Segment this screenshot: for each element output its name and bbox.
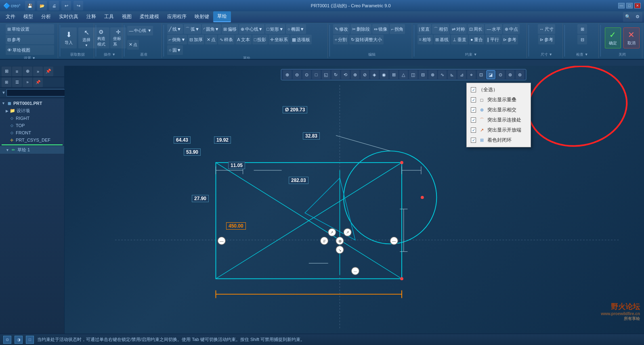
arc-btn[interactable]: ⌒ 弧▼ (184, 24, 201, 34)
dd-checkbox-connect[interactable]: ✓ (471, 117, 476, 123)
window-min-btn[interactable]: — (618, 3, 625, 8)
menu-hotkeys[interactable]: 映射键 (191, 12, 213, 22)
canvas-render4[interactable]: ◉ (380, 70, 388, 79)
canvas-zoom-box[interactable]: □ (312, 70, 321, 79)
canvas-render12[interactable]: ⊿ (457, 70, 466, 79)
circle-btn[interactable]: ○ 椭圆▼ (286, 24, 306, 34)
rect-btn[interactable]: □ 矩形▼ (265, 24, 285, 34)
filter-input[interactable] (6, 89, 66, 96)
canvas-render11[interactable]: ⊾ (447, 70, 456, 79)
menu-view[interactable]: 视图 (118, 12, 136, 22)
canvas-render2[interactable]: ⊘ (360, 70, 369, 79)
sidebar-more-btn[interactable]: » (33, 67, 43, 76)
menu-sketch[interactable]: 草绘 (213, 11, 231, 22)
point-btn[interactable]: ✕ 点 (127, 40, 139, 50)
canvas-pan[interactable]: ◱ (321, 70, 330, 79)
line-btn[interactable]: ╱ 线▼ (167, 24, 183, 34)
parallel-btn[interactable]: ∥ 平行 (485, 35, 501, 44)
menu-model[interactable]: 模型 (19, 12, 37, 22)
perpendicular-btn[interactable]: ⊥ 垂直 (451, 35, 468, 44)
quick-redo-btn[interactable]: ↪ (73, 1, 83, 10)
canvas-rotate[interactable]: ↻ (331, 70, 340, 79)
menu-tools[interactable]: 工具 (100, 12, 118, 22)
canvas-zoom-out[interactable]: ⊖ (292, 70, 301, 79)
status-icon3[interactable]: □ (26, 336, 34, 344)
thicken-btn[interactable]: ⊟ 加厚 (188, 35, 204, 44)
tangent-btn[interactable]: ⌒ 相切 (432, 24, 449, 34)
round-btn[interactable]: ○ 圆▼ (167, 45, 183, 55)
cancel-btn[interactable]: ✕ 取消 (623, 27, 640, 48)
canvas-settings2[interactable]: ⊛ (506, 70, 514, 79)
centerline2-btn[interactable]: ⊕ 中心线▼ (239, 24, 264, 34)
delete-seg-btn[interactable]: ✂ 删除段 (350, 24, 371, 34)
sidebar-view4-btn[interactable]: 📌 (33, 77, 43, 87)
sidebar-pin-btn[interactable]: 📌 (44, 67, 53, 76)
main-canvas[interactable]: ⊕ ⊖ ⊙ □ ◱ ↻ ⟲ ⊕ ⊘ ◈ ◉ ⊞ △ ◫ ⊟ ⊗ ∿ ⊾ ⊿ ⋄ … (65, 66, 644, 334)
project-btn[interactable]: □ 投影 (252, 35, 268, 44)
symmetric-btn[interactable]: ⇌ 对称 (450, 24, 467, 34)
menu-annotation[interactable]: 注释 (82, 12, 100, 22)
spline-btn[interactable]: ∿ 样条 (218, 35, 235, 44)
menu-apps[interactable]: 应用程序 (163, 12, 191, 22)
status-icon1[interactable]: ⊙ (3, 336, 11, 344)
rotate-resize-btn[interactable]: ↻ 旋转调整大小 (349, 35, 384, 44)
status-icon2[interactable]: ◑ (15, 336, 23, 344)
sidebar-grid-btn[interactable]: ⊞ (2, 67, 11, 76)
sketch-view-btn[interactable]: 👁 草绘视图 (6, 45, 54, 55)
check-ref-btn[interactable]: ⊟ (577, 35, 587, 44)
dim-diameter[interactable]: Ø 209.73 (283, 106, 307, 113)
dd-show-intersect[interactable]: ✓ ⊕ 突出显示相交 (467, 105, 531, 115)
tree-item-csys[interactable]: ✛ PRT_CSYS_DEF (0, 136, 64, 144)
fillet-btn[interactable]: ◜ 圆角▼ (202, 24, 221, 34)
perimeter-btn[interactable]: ⊡ 周长 (468, 24, 484, 34)
corner-btn[interactable]: ⌐ 拐角 (390, 24, 405, 34)
text-btn[interactable]: A 文本 (235, 35, 251, 44)
dd-select-all[interactable]: ✓ （全选） (467, 85, 531, 95)
select-panel-btn[interactable]: ▦ 选项板 (290, 35, 312, 44)
canvas-render14[interactable]: ⊡ (476, 70, 485, 79)
ref-btn[interactable]: ⊟ 参考 (6, 35, 54, 44)
canvas-render5[interactable]: ⊞ (389, 70, 398, 79)
quick-open-btn[interactable]: 📂 (37, 1, 47, 10)
mirror-btn[interactable]: ⇔ 镜像 (372, 24, 389, 34)
dd-checkbox-intersect[interactable]: ✓ (471, 107, 476, 113)
canvas-render9[interactable]: ⊗ (428, 70, 437, 79)
ref-constraint-btn[interactable]: ⊳ 参考 (501, 35, 518, 44)
quick-print-btn[interactable]: 🖨 (49, 1, 59, 10)
centerline-btn[interactable]: — 中心线 ▼ (127, 26, 153, 36)
dim-53[interactable]: 53.90 (184, 148, 201, 156)
offset-btn[interactable]: ⊞ 偏移 (222, 24, 238, 34)
construct-mode-btn[interactable]: ⚙ 构造模式 (93, 27, 109, 48)
chamfer-btn[interactable]: ⌐ 倒角▼ (167, 35, 187, 44)
canvas-render13[interactable]: ⋄ (467, 70, 476, 79)
confirm-btn[interactable]: ✓ 确定 (605, 27, 621, 48)
dim-11[interactable]: 11.05 (228, 162, 245, 169)
canvas-render15[interactable]: ◪ (486, 70, 495, 79)
sketch-settings-btn[interactable]: ⊞ 草绘设置 (6, 24, 54, 34)
canvas-render10[interactable]: ∿ (438, 70, 447, 79)
vertical-btn[interactable]: | 竖直 (417, 24, 432, 34)
canvas-render1[interactable]: ⊕ (350, 70, 359, 79)
window-max-btn[interactable]: □ (626, 3, 633, 8)
sidebar-view3-btn[interactable]: » (23, 77, 32, 87)
dim-19[interactable]: 19.92 (214, 136, 231, 144)
tree-item-right[interactable]: ◇ RIGHT (0, 115, 64, 122)
sidebar-list-btn[interactable]: ≡ (12, 67, 22, 76)
search-btn[interactable]: 🔍 (623, 12, 633, 22)
select-btn[interactable]: ↖ 选择 ▼ (78, 27, 94, 48)
import-btn[interactable]: ⬇ 导入 (61, 27, 77, 48)
menu-realtime[interactable]: 实时仿真 (55, 12, 82, 22)
sidebar-view2-btn[interactable]: ☰ (12, 77, 22, 87)
select-dropdown[interactable]: ▼ (85, 44, 88, 47)
window-close-btn[interactable]: ✕ (634, 3, 641, 8)
sidebar-view1-btn[interactable]: ⊞ (2, 77, 11, 87)
ref-dim-btn[interactable]: ⊳ 参考 (538, 35, 555, 44)
point2-btn[interactable]: ✕ 点 (205, 35, 217, 44)
dim-450[interactable]: 450.00 (226, 222, 246, 230)
quick-undo-btn[interactable]: ↩ (61, 1, 71, 10)
dd-show-overlap[interactable]: ✓ □ 突出显示重叠 (467, 95, 531, 105)
tree-item-top[interactable]: ◇ TOP (0, 122, 64, 129)
canvas-render6[interactable]: △ (399, 70, 408, 79)
settings-btn[interactable]: ⚙ (633, 12, 642, 22)
dim-32[interactable]: 32.83 (303, 132, 320, 140)
